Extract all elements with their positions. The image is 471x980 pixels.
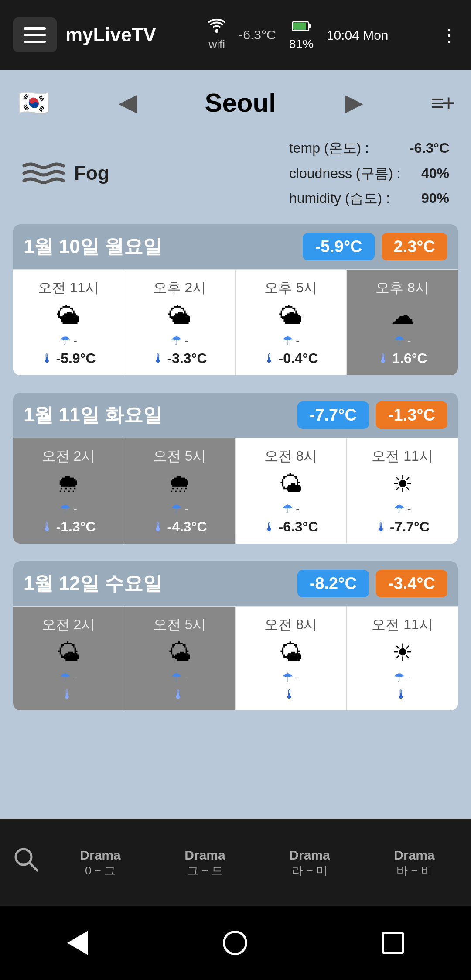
day-cards-container: 1월 10일 월요일 -5.9°C 2.3°C 오전 11시 🌥 ☂ - 🌡 -…	[13, 224, 458, 710]
weather-emoji-2-3: ☀	[351, 641, 454, 664]
temp-row-1-1: 🌡 -4.3°C	[129, 519, 231, 535]
therm-icon-0-0: 🌡	[41, 351, 53, 366]
rain-pct-2-1: -	[184, 671, 188, 684]
therm-icon-1-2: 🌡	[263, 520, 276, 534]
weather-emoji-2-1: 🌤	[129, 641, 231, 664]
wifi-icon	[208, 19, 225, 36]
more-options-button[interactable]: ⋮	[440, 25, 458, 45]
rain-pct-1-2: -	[296, 502, 300, 516]
therm-icon-1-1: 🌡	[152, 520, 164, 534]
current-weather: Fog temp (온도) : cloudness (구름) : humidit…	[13, 131, 458, 224]
hour-label-2-2: 오전 8시	[240, 615, 342, 634]
svg-rect-3	[293, 23, 306, 30]
temperature-display: -6.3°C	[239, 27, 276, 42]
day-header-2: 1월 12일 수요일 -8.2°C -3.4°C	[13, 561, 458, 606]
city-header: 🇰🇷 ◀ Seoul ▶ ≡+	[13, 79, 458, 131]
stats-labels: temp (온도) : cloudness (구름) : humidity (습…	[289, 136, 401, 211]
temp-row-1-3: 🌡 -7.7°C	[351, 519, 454, 535]
temp-row-2-0: 🌡	[17, 687, 119, 702]
rain-icon-1-0: ☂	[60, 502, 71, 516]
hour-cell-2-3: 오전 11시 ☀ ☂ - 🌡	[347, 606, 458, 710]
therm-icon-2-3: 🌡	[395, 687, 407, 702]
rain-row-2-1: ☂ -	[129, 670, 231, 685]
bottom-nav-item-0[interactable]: Drama 0 ~ 그	[80, 846, 120, 878]
rain-row-2-0: ☂ -	[17, 670, 119, 685]
prev-city-button[interactable]: ◀	[119, 90, 136, 116]
rain-pct-2-2: -	[296, 671, 300, 684]
country-flag: 🇰🇷	[17, 87, 50, 118]
home-button[interactable]	[223, 931, 247, 955]
weather-emoji-0-3: ☁	[351, 304, 454, 327]
hour-cell-1-1: 오전 5시 🌨 ☂ - 🌡 -4.3°C	[124, 438, 236, 544]
rain-pct-0-3: -	[407, 334, 411, 347]
day-header-1: 1월 11일 화요일 -7.7°C -1.3°C	[13, 393, 458, 438]
hour-label-1-2: 오전 8시	[240, 447, 342, 466]
hourly-grid-2: 오전 2시 🌤 ☂ - 🌡 오전 5시 🌤 ☂ - 🌡 오전 8시	[13, 606, 458, 710]
svg-point-0	[215, 29, 218, 33]
hour-label-0-3: 오후 8시	[351, 278, 454, 298]
hamburger-button[interactable]	[13, 17, 57, 52]
hour-temp-1-2: -6.3°C	[278, 519, 318, 535]
hour-temp-0-0: -5.9°C	[56, 350, 96, 367]
stats-values: -6.3°C 40% 90%	[401, 136, 449, 211]
weather-icon-area: Fog	[22, 158, 109, 188]
temp-badges-1: -7.7°C -1.3°C	[297, 401, 447, 429]
rain-row-0-0: ☂ -	[17, 333, 119, 348]
rain-icon-0-2: ☂	[282, 333, 293, 348]
therm-icon-2-0: 🌡	[61, 687, 73, 702]
weather-emoji-1-3: ☀	[351, 472, 454, 496]
rain-row-1-2: ☂ -	[240, 502, 342, 516]
hour-cell-1-0: 오전 2시 🌨 ☂ - 🌡 -1.3°C	[13, 438, 124, 544]
rain-row-1-1: ☂ -	[129, 502, 231, 516]
battery-percent: 81%	[289, 37, 314, 51]
hour-cell-2-0: 오전 2시 🌤 ☂ - 🌡	[13, 606, 124, 710]
rain-row-1-0: ☂ -	[17, 502, 119, 516]
app-title: myLiveTV	[65, 24, 156, 46]
temp-row-1-0: 🌡 -1.3°C	[17, 519, 119, 535]
bottom-nav-sub-3: 바 ~ 비	[396, 863, 432, 878]
next-city-button[interactable]: ▶	[345, 90, 362, 116]
temp-row-0-2: 🌡 -0.4°C	[240, 350, 342, 367]
rain-icon-2-1: ☂	[171, 670, 182, 685]
rain-pct-2-3: -	[407, 671, 411, 684]
search-button[interactable]	[4, 846, 48, 878]
bottom-nav-item-3[interactable]: Drama 바 ~ 비	[394, 846, 434, 878]
status-left: myLiveTV	[13, 17, 156, 52]
hour-cell-0-2: 오후 5시 🌥 ☂ - 🌡 -0.4°C	[236, 269, 347, 375]
hour-cell-2-2: 오전 8시 🌤 ☂ - 🌡	[236, 606, 347, 710]
bottom-nav-title-2: Drama	[289, 846, 330, 863]
max-temp-badge-1: -1.3°C	[376, 401, 447, 429]
therm-icon-2-2: 🌡	[283, 687, 296, 702]
rain-icon-1-1: ☂	[171, 502, 182, 516]
hour-temp-1-0: -1.3°C	[56, 519, 96, 535]
bottom-nav-title-3: Drama	[394, 846, 434, 863]
hour-label-1-0: 오전 2시	[17, 447, 119, 466]
hour-label-2-0: 오전 2시	[17, 615, 119, 634]
rain-pct-1-3: -	[407, 502, 411, 516]
hour-cell-0-3: 오후 8시 ☁ ☂ - 🌡 1.6°C	[347, 269, 458, 375]
playlist-button[interactable]: ≡+	[430, 90, 454, 116]
hour-temp-1-1: -4.3°C	[167, 519, 207, 535]
svg-rect-2	[309, 24, 311, 28]
rain-row-0-2: ☂ -	[240, 333, 342, 348]
recent-button[interactable]	[382, 932, 404, 954]
day-card-0: 1월 10일 월요일 -5.9°C 2.3°C 오전 11시 🌥 ☂ - 🌡 -…	[13, 224, 458, 375]
hour-label-1-3: 오전 11시	[351, 447, 454, 466]
bottom-nav-item-1[interactable]: Drama 그 ~ 드	[184, 846, 225, 878]
weather-condition: Fog	[74, 162, 109, 184]
day-label-2: 1월 12일 수요일	[24, 571, 162, 596]
hour-label-0-0: 오전 11시	[17, 278, 119, 298]
bottom-nav-sub-2: 라 ~ 미	[292, 863, 328, 878]
temp-badges-2: -8.2°C -3.4°C	[297, 570, 447, 597]
min-temp-badge-1: -7.7°C	[297, 401, 369, 429]
back-button[interactable]	[67, 931, 88, 955]
bottom-nav-item-2[interactable]: Drama 라 ~ 미	[289, 846, 330, 878]
max-temp-badge-2: -3.4°C	[376, 570, 447, 597]
hour-cell-2-1: 오전 5시 🌤 ☂ - 🌡	[124, 606, 236, 710]
hour-cell-1-2: 오전 8시 🌤 ☂ - 🌡 -6.3°C	[236, 438, 347, 544]
temp-row-1-2: 🌡 -6.3°C	[240, 519, 342, 535]
hour-temp-0-1: -3.3°C	[167, 350, 207, 367]
humid-label: humidity (습도) :	[289, 190, 390, 206]
min-temp-badge-0: -5.9°C	[303, 233, 374, 260]
hour-label-0-1: 오후 2시	[129, 278, 231, 298]
